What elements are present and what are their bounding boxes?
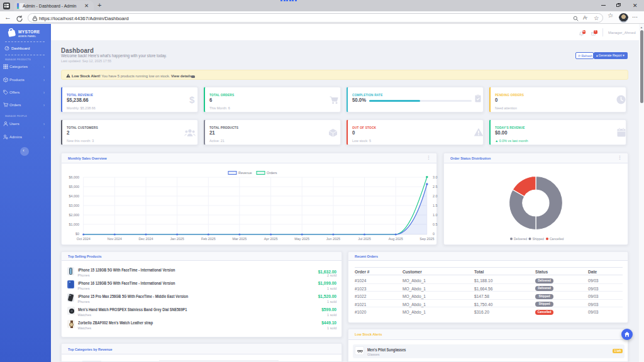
svg-text:Feb 2025: Feb 2025 — [201, 237, 216, 241]
svg-text:Sep 2025: Sep 2025 — [419, 237, 434, 241]
svg-text:Jun 2025: Jun 2025 — [326, 237, 340, 241]
svg-text:$4,000: $4,000 — [69, 194, 80, 198]
svg-text:Orders: Orders — [267, 171, 277, 175]
svg-text:Cancelled: Cancelled — [550, 237, 564, 241]
svg-text:0.5: 0.5 — [433, 222, 438, 226]
svg-text:May 2025: May 2025 — [294, 237, 309, 241]
svg-text:2.5: 2.5 — [433, 185, 438, 189]
svg-text:Shipped: Shipped — [533, 237, 545, 241]
svg-text:$3,000: $3,000 — [69, 204, 80, 207]
svg-text:Oct 2024: Oct 2024 — [77, 237, 91, 241]
svg-text:$5,000: $5,000 — [69, 185, 80, 189]
svg-text:3.0: 3.0 — [433, 175, 438, 179]
svg-text:Jan 2025: Jan 2025 — [170, 237, 184, 241]
svg-text:Jul 2025: Jul 2025 — [358, 237, 370, 241]
svg-text:0: 0 — [433, 232, 435, 236]
svg-text:1.5: 1.5 — [433, 204, 438, 207]
svg-text:$0: $0 — [75, 232, 79, 236]
svg-text:Mar 2025: Mar 2025 — [233, 237, 247, 241]
svg-text:Aug 2025: Aug 2025 — [389, 237, 403, 241]
svg-text:$2,000: $2,000 — [69, 213, 80, 217]
svg-text:$6,000: $6,000 — [69, 175, 80, 179]
svg-text:Nov 2024: Nov 2024 — [108, 237, 122, 241]
svg-text:Delivered: Delivered — [514, 237, 527, 241]
svg-text:1.0: 1.0 — [433, 213, 438, 217]
svg-text:Dec 2024: Dec 2024 — [138, 237, 153, 241]
svg-text:2.0: 2.0 — [433, 194, 438, 198]
svg-text:Apr 2025: Apr 2025 — [264, 237, 278, 241]
svg-text:$1,000: $1,000 — [69, 222, 80, 226]
svg-text:Revenue: Revenue — [238, 171, 252, 175]
